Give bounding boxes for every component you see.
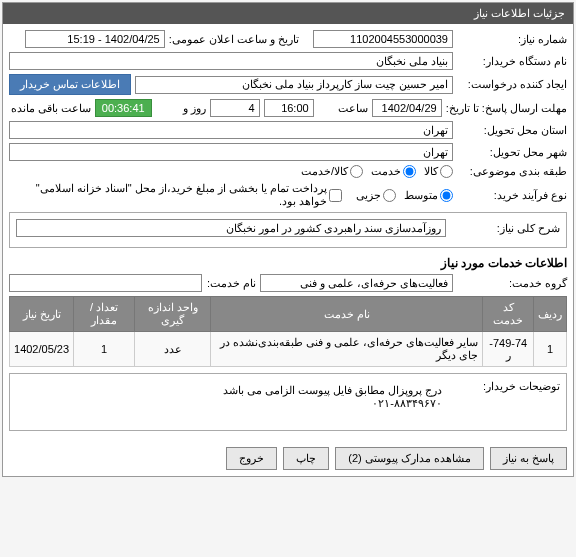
radio-goods-service-item[interactable]: کالا/خدمت xyxy=(301,165,363,178)
radio-service[interactable] xyxy=(403,165,416,178)
overall-desc-fieldset: شرح کلی نیاز: xyxy=(9,212,567,248)
subject-radio-group: کالا خدمت کالا/خدمت xyxy=(301,165,453,178)
hour-label: ساعت xyxy=(318,102,368,115)
th-name: نام خدمت xyxy=(211,297,483,332)
need-number-input[interactable] xyxy=(313,30,453,48)
row-service-group: گروه خدمت: نام خدمت: xyxy=(9,274,567,292)
payment-note-label: پرداخت تمام یا بخشی از مبلغ خرید،از محل … xyxy=(9,182,327,208)
city-input[interactable] xyxy=(9,143,453,161)
province-label: استان محل تحویل: xyxy=(457,124,567,137)
subject-class-label: طبقه بندی موضوعی: xyxy=(457,165,567,178)
radio-goods-service[interactable] xyxy=(350,165,363,178)
td-code: 749-74-ر xyxy=(483,332,534,367)
td-unit: عدد xyxy=(134,332,210,367)
process-type-label: نوع فرآیند خرید: xyxy=(457,189,567,202)
th-qty: تعداد / مقدار xyxy=(74,297,135,332)
buyer-notes-fieldset: توضیحات خریدار: درج پروپزال مطابق فایل پ… xyxy=(9,373,567,431)
process-radio-group: متوسط جزیی xyxy=(356,189,453,202)
radio-medium[interactable] xyxy=(440,189,453,202)
payment-checkbox[interactable] xyxy=(329,189,342,202)
row-process-type: نوع فرآیند خرید: متوسط جزیی پرداخت تمام … xyxy=(9,182,567,208)
buyer-notes-label: توضیحات خریدار: xyxy=(450,380,560,393)
contact-info-button[interactable]: اطلاعات تماس خریدار xyxy=(9,74,131,95)
deadline-hour-input[interactable] xyxy=(264,99,314,117)
row-buyer-org: نام دستگاه خریدار: xyxy=(9,52,567,70)
buyer-org-label: نام دستگاه خریدار: xyxy=(457,55,567,68)
panel-title: جزئیات اطلاعات نیاز xyxy=(3,3,573,24)
requester-label: ایجاد کننده درخواست: xyxy=(457,78,567,91)
bottom-buttons: پاسخ به نیاز مشاهده مدارک پیوستی (2) چاپ… xyxy=(3,441,573,476)
services-section-title: اطلاعات خدمات مورد نیاز xyxy=(9,256,567,270)
services-table: ردیف کد خدمت نام خدمت واحد اندازه گیری ت… xyxy=(9,296,567,367)
exit-button[interactable]: خروج xyxy=(226,447,277,470)
td-row: 1 xyxy=(534,332,567,367)
radio-goods-item[interactable]: کالا xyxy=(424,165,453,178)
row-deadline: مهلت ارسال پاسخ: تا تاریخ: ساعت روز و 00… xyxy=(9,99,567,117)
th-date: تاریخ نیاز xyxy=(10,297,74,332)
remaining-label: ساعت باقی مانده xyxy=(11,102,91,115)
remaining-time-badge: 00:36:41 xyxy=(95,99,152,117)
th-code: کد خدمت xyxy=(483,297,534,332)
announce-date-label: تاریخ و ساعت اعلان عمومی: xyxy=(169,33,299,46)
service-group-label: گروه خدمت: xyxy=(457,277,567,290)
attachments-button[interactable]: مشاهده مدارک پیوستی (2) xyxy=(335,447,484,470)
row-requester: ایجاد کننده درخواست: اطلاعات تماس خریدار xyxy=(9,74,567,95)
radio-goods-label: کالا xyxy=(424,165,438,178)
row-city: شهر محل تحویل: xyxy=(9,143,567,161)
deadline-days-input[interactable] xyxy=(210,99,260,117)
print-button[interactable]: چاپ xyxy=(283,447,329,470)
radio-service-item[interactable]: خدمت xyxy=(371,165,416,178)
radio-goods-service-label: کالا/خدمت xyxy=(301,165,348,178)
service-name-label: نام خدمت: xyxy=(206,277,256,290)
table-row[interactable]: 1 749-74-ر سایر فعالیت‌های حرفه‌ای، علمی… xyxy=(10,332,567,367)
radio-partial-label: جزیی xyxy=(356,189,381,202)
td-qty: 1 xyxy=(74,332,135,367)
td-date: 1402/05/23 xyxy=(10,332,74,367)
province-input[interactable] xyxy=(9,121,453,139)
day-label: روز و xyxy=(156,102,206,115)
city-label: شهر محل تحویل: xyxy=(457,146,567,159)
radio-medium-label: متوسط xyxy=(404,189,438,202)
row-need-number: شماره نیاز: تاریخ و ساعت اعلان عمومی: xyxy=(9,30,567,48)
td-name: سایر فعالیت‌های حرفه‌ای، علمی و فنی طبقه… xyxy=(211,332,483,367)
radio-service-label: خدمت xyxy=(371,165,401,178)
requester-input[interactable] xyxy=(135,76,453,94)
buyer-notes-text: درج پروپزال مطابق فایل پیوست الزامی می ب… xyxy=(16,380,446,420)
service-name-input[interactable] xyxy=(9,274,202,292)
payment-note-item[interactable]: پرداخت تمام یا بخشی از مبلغ خرید،از محل … xyxy=(9,182,342,208)
overall-desc-input[interactable] xyxy=(16,219,446,237)
details-panel: جزئیات اطلاعات نیاز شماره نیاز: تاریخ و … xyxy=(2,2,574,477)
table-header-row: ردیف کد خدمت نام خدمت واحد اندازه گیری ت… xyxy=(10,297,567,332)
th-row: ردیف xyxy=(534,297,567,332)
buyer-org-input[interactable] xyxy=(9,52,453,70)
th-unit: واحد اندازه گیری xyxy=(134,297,210,332)
radio-goods[interactable] xyxy=(440,165,453,178)
radio-medium-item[interactable]: متوسط xyxy=(404,189,453,202)
announce-date-input[interactable] xyxy=(25,30,165,48)
deadline-label: مهلت ارسال پاسخ: تا تاریخ: xyxy=(446,102,567,115)
row-buyer-notes: توضیحات خریدار: درج پروپزال مطابق فایل پ… xyxy=(16,380,560,420)
radio-partial[interactable] xyxy=(383,189,396,202)
radio-partial-item[interactable]: جزیی xyxy=(356,189,396,202)
need-number-label: شماره نیاز: xyxy=(457,33,567,46)
overall-desc-label: شرح کلی نیاز: xyxy=(450,222,560,235)
row-subject-class: طبقه بندی موضوعی: کالا خدمت کالا/خدمت xyxy=(9,165,567,178)
deadline-date-input[interactable] xyxy=(372,99,442,117)
panel-body: شماره نیاز: تاریخ و ساعت اعلان عمومی: نا… xyxy=(3,24,573,441)
service-group-input[interactable] xyxy=(260,274,453,292)
row-province: استان محل تحویل: xyxy=(9,121,567,139)
respond-button[interactable]: پاسخ به نیاز xyxy=(490,447,567,470)
row-overall-desc: شرح کلی نیاز: xyxy=(16,219,560,237)
